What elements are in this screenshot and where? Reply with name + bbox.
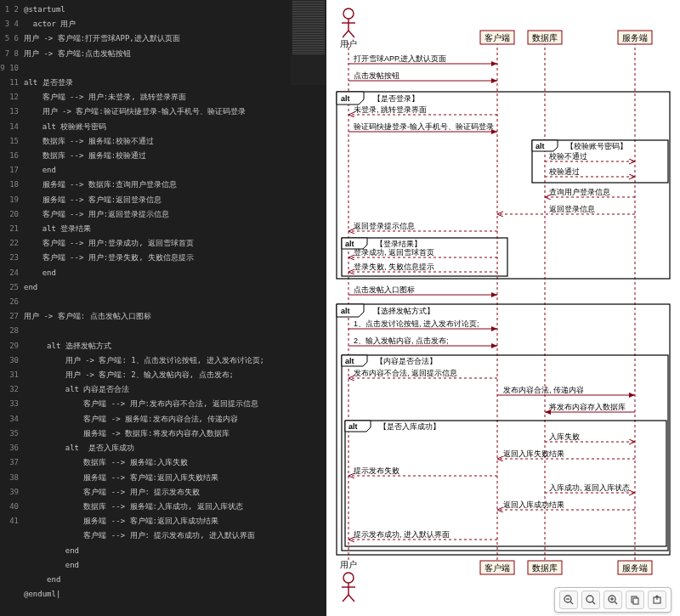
svg-text:【是否入库成功】: 【是否入库成功】	[379, 422, 440, 431]
svg-line-7	[343, 31, 348, 37]
svg-text:用户: 用户	[340, 560, 357, 569]
zoom-out-button[interactable]	[559, 591, 578, 609]
svg-text:校验不通过: 校验不通过	[548, 152, 587, 161]
svg-text:未登录, 跳转登录界面: 未登录, 跳转登录界面	[354, 105, 427, 114]
svg-text:校验通过: 校验通过	[548, 167, 580, 176]
svg-line-87	[570, 602, 573, 604]
svg-point-89	[586, 596, 593, 602]
svg-text:alt: alt	[341, 94, 350, 103]
svg-text:服务端: 服务端	[622, 563, 648, 573]
svg-point-4	[343, 8, 354, 19]
svg-text:点击发帖入口图标: 点击发帖入口图标	[354, 285, 415, 294]
svg-text:查询用户登录信息: 查询用户登录信息	[549, 188, 610, 196]
svg-text:alt: alt	[536, 142, 545, 150]
svg-text:提示发布成功, 进入默认界面: 提示发布成功, 进入默认界面	[354, 530, 450, 539]
svg-text:alt: alt	[348, 422, 358, 431]
svg-text:登录失败, 失败信息提示: 登录失败, 失败信息提示	[354, 263, 434, 271]
export-button[interactable]	[648, 591, 666, 609]
actor-user-top: 用户	[340, 8, 357, 48]
svg-line-92	[615, 602, 617, 604]
svg-text:验证码快捷登录-输入手机号、验证码登录: 验证码快捷登录-输入手机号、验证码登录	[354, 122, 494, 131]
svg-text:数据库: 数据库	[532, 563, 558, 573]
svg-text:【校验账号密码】: 【校验账号密码】	[566, 142, 627, 150]
svg-text:返回登录提示信息: 返回登录提示信息	[354, 222, 415, 230]
code-editor[interactable]: @startuml actor 用户 用户 -> 客户端:打开雪球APP,进入默…	[24, 0, 326, 616]
diagram-pane: 用户 客户端 数据库 服务端 打开雪球APP,进入默认页面 点击发帖按钮 alt…	[326, 0, 680, 616]
svg-line-78	[343, 595, 348, 602]
svg-text:发布内容不合法, 返回提示信息: 发布内容不合法, 返回提示信息	[354, 369, 457, 377]
copy-button[interactable]	[626, 591, 644, 609]
actor-server-bottom: 服务端	[618, 561, 652, 574]
svg-text:2、输入发帖内容, 点击发布;: 2、输入发帖内容, 点击发布;	[354, 336, 449, 345]
svg-text:点击发帖按钮: 点击发帖按钮	[354, 71, 400, 80]
svg-text:登录成功, 返回雪球首页: 登录成功, 返回雪球首页	[354, 248, 434, 257]
svg-text:入库失败: 入库失败	[549, 432, 580, 441]
code-editor-pane: 1 2 3 4 5 6 7 8 9 10 11 12 13 14 15 16 1…	[0, 0, 326, 616]
svg-text:提示发布失败: 提示发布失败	[354, 466, 400, 475]
zoom-fit-button[interactable]	[581, 591, 600, 609]
line-number-gutter: 1 2 3 4 5 6 7 8 9 10 11 12 13 14 15 16 1…	[0, 0, 24, 616]
actor-client-top: 客户端	[480, 31, 514, 44]
svg-text:入库成功, 返回入库状态: 入库成功, 返回入库状态	[549, 483, 630, 492]
svg-text:alt: alt	[345, 240, 354, 248]
svg-text:alt: alt	[345, 357, 354, 365]
svg-text:客户端: 客户端	[484, 33, 510, 42]
svg-line-8	[348, 31, 354, 37]
actor-client-bottom: 客户端	[480, 561, 514, 574]
svg-text:alt: alt	[341, 307, 350, 315]
svg-text:返回登录信息: 返回登录信息	[549, 205, 595, 213]
svg-text:【选择发帖方式】: 【选择发帖方式】	[373, 307, 434, 315]
svg-text:数据库: 数据库	[532, 33, 558, 42]
svg-text:返回入库成功结果: 返回入库成功结果	[503, 500, 564, 509]
svg-text:打开雪球APP,进入默认页面: 打开雪球APP,进入默认页面	[353, 54, 446, 63]
svg-text:发布内容合法, 传递内容: 发布内容合法, 传递内容	[503, 386, 584, 394]
svg-line-79	[348, 595, 354, 602]
svg-text:返回入库失败结果: 返回入库失败结果	[503, 449, 564, 458]
actor-db-top: 数据库	[528, 31, 562, 44]
svg-rect-96	[633, 598, 638, 604]
svg-text:客户端: 客户端	[484, 563, 510, 573]
diagram-toolbar	[554, 587, 672, 613]
actor-db-bottom: 数据库	[528, 561, 562, 574]
svg-text:【是否登录】: 【是否登录】	[373, 94, 419, 103]
zoom-in-button[interactable]	[604, 591, 622, 609]
svg-text:1、点击发讨论按钮, 进入发布讨论页;: 1、点击发讨论按钮, 进入发布讨论页;	[354, 319, 479, 328]
sequence-diagram: 用户 客户端 数据库 服务端 打开雪球APP,进入默认页面 点击发帖按钮 alt…	[326, 0, 680, 616]
svg-text:【内容是否合法】: 【内容是否合法】	[376, 357, 437, 365]
actor-server-top: 服务端	[618, 31, 652, 44]
svg-text:用户: 用户	[340, 39, 357, 48]
svg-text:将发布内容存入数据库: 将发布内容存入数据库	[548, 403, 626, 411]
svg-text:服务端: 服务端	[622, 33, 648, 42]
minimap[interactable]	[291, 0, 326, 85]
svg-line-90	[592, 602, 595, 604]
svg-text:【登录结果】: 【登录结果】	[376, 240, 422, 248]
actor-user-bottom: 用户	[340, 560, 357, 602]
svg-point-75	[343, 573, 354, 583]
